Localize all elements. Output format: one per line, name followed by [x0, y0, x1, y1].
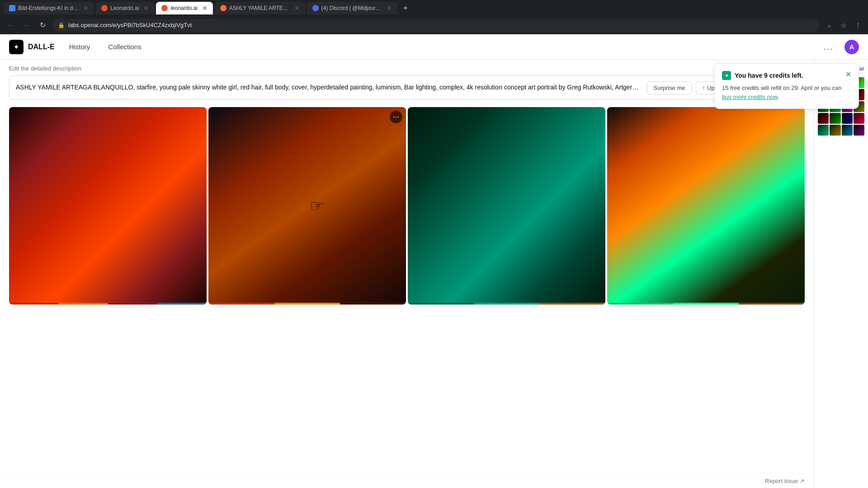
thumb-row-5	[818, 125, 864, 136]
back-button[interactable]: ←	[4, 19, 16, 32]
image-card-3[interactable]: ⋯	[408, 107, 605, 305]
more-button[interactable]: ⋮	[852, 19, 864, 32]
notif-title-row: ✦ You have 9 credits left.	[722, 71, 803, 80]
main-content: Edit the detailed description ASHLY YAMI…	[0, 60, 868, 488]
notification-popup: ✦ You have 9 credits left. ✕ 15 free cre…	[714, 63, 814, 109]
tab-2-close[interactable]: ✕	[143, 5, 149, 12]
new-tab-button[interactable]: +	[399, 2, 412, 14]
image-card-2[interactable]: ⋯ ☞	[208, 107, 406, 305]
notif-icon: ✦	[722, 71, 731, 80]
right-sidebar: Recent Clear	[814, 60, 868, 488]
tab-4-favicon	[220, 5, 226, 11]
top-nav: ✦ DALL-E History Collections ... A	[0, 34, 868, 60]
nav-more-button[interactable]: ...	[823, 42, 834, 52]
tab-5-title: (4) Discord | @Midjourney Bot	[321, 5, 382, 11]
report-external-icon: ↗	[800, 478, 805, 484]
thumbnail-14[interactable]	[830, 113, 840, 124]
tab-2-favicon	[101, 5, 108, 11]
notif-title: You have 9 credits left.	[735, 72, 803, 79]
color-seg-11	[607, 303, 673, 305]
upload-icon: ↑	[703, 84, 706, 91]
tab-4[interactable]: ASHLY YAMILE ARTEAGA BLANC... ✕	[215, 2, 305, 14]
report-issue-link[interactable]: Report issue ↗	[765, 478, 805, 484]
color-seg-1	[9, 303, 58, 305]
thumbnail-17[interactable]	[818, 125, 829, 136]
prompt-input-row: ASHLY YAMILE ARTEAGA BLANQUILLO, starfir…	[9, 75, 805, 100]
color-seg-9	[474, 303, 540, 305]
tab-5-close[interactable]: ✕	[387, 5, 392, 12]
report-label: Report issue	[765, 478, 798, 484]
url-text: labs.openai.com/e/ysPBi7bSkU4CZ4zxbjiVgT…	[68, 22, 814, 28]
notif-header: ✦ You have 9 credits left. ✕	[722, 71, 814, 80]
refresh-button[interactable]: ↻	[36, 19, 49, 32]
app-name: DALL-E	[28, 43, 55, 51]
logo-area: ✦ DALL-E	[9, 40, 55, 54]
tab-3-close[interactable]: ✕	[202, 5, 208, 12]
notif-body: 15 free credits will refill on 29. April…	[722, 84, 814, 101]
nav-history[interactable]: History	[66, 41, 94, 52]
color-seg-3	[108, 303, 157, 305]
color-seg-10	[539, 303, 605, 305]
browser-chrome: Bild-Erstellungs-KI in der Übers... ✕ Le…	[0, 0, 868, 16]
tab-4-title: ASHLY YAMILE ARTEAGA BLANC...	[229, 5, 290, 11]
image-2-overlay: ⋯	[208, 107, 406, 305]
surprise-me-button[interactable]: Surprise me	[647, 81, 692, 94]
app-container: ✦ DALL-E History Collections ... A Edit …	[0, 34, 868, 488]
color-seg-5	[208, 303, 274, 305]
buy-credits-link[interactable]: buy more credits now	[722, 94, 778, 100]
address-bar-row: ← → ↻ 🔒 labs.openai.com/e/ysPBi7bSkU4CZ4…	[0, 16, 868, 34]
app-logo: ✦	[9, 40, 24, 54]
image-card-4[interactable]: ⋯	[607, 107, 805, 305]
color-seg-6	[274, 303, 340, 305]
image-3-color-bar	[408, 303, 605, 305]
color-seg-2	[58, 303, 108, 305]
thumbnail-18[interactable]	[830, 125, 840, 136]
image-4-color-bar	[607, 303, 805, 305]
tab-4-close[interactable]: ✕	[294, 5, 300, 12]
thumbnail-20[interactable]	[854, 125, 864, 136]
prompt-label: Edit the detailed description	[9, 65, 805, 72]
extensions-button[interactable]: ⬦	[823, 19, 835, 32]
tab-3-title: leonardo.ai	[170, 5, 197, 11]
color-seg-4	[157, 303, 207, 305]
image-2-dots[interactable]: ⋯	[390, 111, 402, 123]
nav-collections[interactable]: Collections	[104, 41, 145, 52]
prompt-area: Edit the detailed description ASHLY YAMI…	[0, 60, 814, 100]
footer: Report issue ↗	[0, 474, 814, 488]
thumbnail-16[interactable]	[854, 113, 864, 124]
thumb-row-4	[818, 113, 864, 124]
image-1-color-bar	[9, 303, 207, 305]
color-seg-12	[673, 303, 739, 305]
user-avatar[interactable]: A	[844, 40, 859, 54]
images-grid: ⋯ ⋯ ☞	[0, 100, 814, 474]
tab-1-favicon	[9, 5, 15, 11]
tab-5[interactable]: (4) Discord | @Midjourney Bot ✕	[307, 2, 397, 14]
color-seg-13	[739, 303, 805, 305]
thumbnail-19[interactable]	[842, 125, 853, 136]
tab-2[interactable]: Leonardo.ai ✕	[96, 2, 154, 14]
thumbnail-15[interactable]	[842, 113, 853, 124]
image-4-dots[interactable]: ⋯	[788, 111, 801, 123]
tab-2-title: Leonardo.ai	[110, 5, 139, 11]
lock-icon: 🔒	[58, 22, 65, 28]
tab-3[interactable]: leonardo.ai ✕	[156, 2, 212, 14]
color-seg-7	[340, 303, 406, 305]
tab-3-favicon	[161, 5, 168, 11]
browser-actions: ⬦ ☆ ⋮	[823, 19, 864, 32]
image-2-color-bar	[208, 303, 406, 305]
tab-5-favicon	[312, 5, 319, 11]
star-button[interactable]: ☆	[837, 19, 850, 32]
tab-1-title: Bild-Erstellungs-KI in der Übers...	[18, 5, 79, 11]
color-seg-8	[408, 303, 474, 305]
left-panel: Edit the detailed description ASHLY YAMI…	[0, 60, 814, 488]
image-1-dots[interactable]: ⋯	[190, 111, 203, 123]
tab-1[interactable]: Bild-Erstellungs-KI in der Übers... ✕	[4, 2, 94, 14]
forward-button[interactable]: →	[20, 19, 33, 32]
address-bar[interactable]: 🔒 labs.openai.com/e/ysPBi7bSkU4CZ4zxbjiV…	[52, 19, 819, 32]
thumbnail-13[interactable]	[818, 113, 829, 124]
prompt-text[interactable]: ASHLY YAMILE ARTEAGA BLANQUILLO, starfir…	[16, 83, 643, 92]
image-card-1[interactable]: ⋯	[9, 107, 207, 305]
image-3-dots[interactable]: ⋯	[589, 111, 602, 123]
tab-1-close[interactable]: ✕	[83, 5, 89, 12]
